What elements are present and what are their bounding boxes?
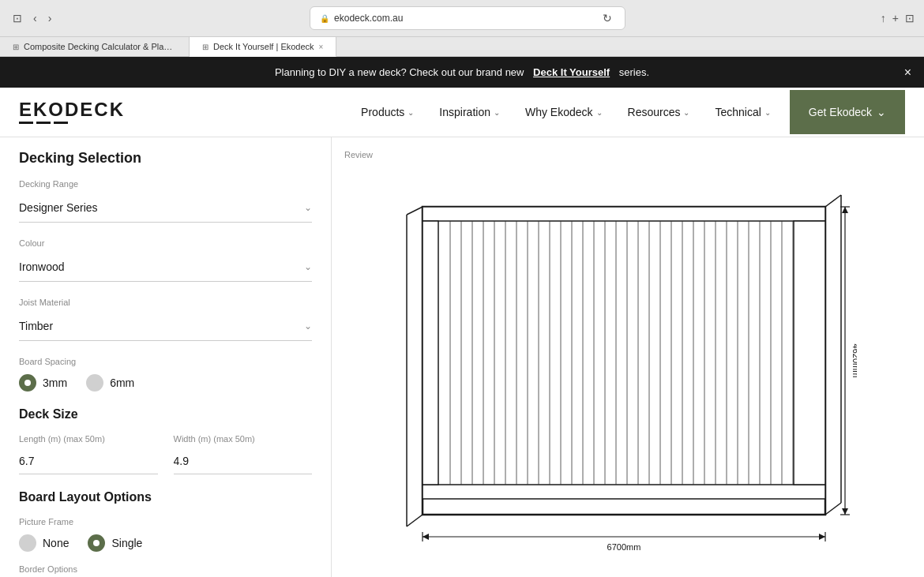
colour-group: Colour Ironwood ⌄ [19,238,312,282]
browser-actions: ↑ + ⊡ [881,12,915,24]
notification-close-button[interactable]: × [904,66,911,80]
svg-text:4620mm: 4620mm [851,343,857,377]
joist-material-label: Joist Material [19,298,312,307]
colour-chevron-icon: ⌄ [304,261,312,272]
logo-underline [19,122,125,124]
joist-material-group: Joist Material Timber ⌄ [19,298,312,341]
decking-range-value: Designer Series [19,201,304,214]
decking-range-label: Decking Range [19,179,312,189]
tab-bar: ⊞ Composite Decking Calculator & Planner… [0,37,924,57]
picture-frame-label: Picture Frame [19,517,312,526]
nav-item-resources[interactable]: Resources ⌄ [615,90,703,134]
joist-material-chevron-icon: ⌄ [304,320,312,332]
board-spacing-section: Board Spacing 3mm 6mm [19,357,312,392]
picture-frame-single-label: Single [111,537,142,549]
picture-frame-none[interactable]: None [19,534,69,552]
deck-diagram: 6700mm 4620mm [399,191,857,554]
length-input-group: Length (m) (max 50m) [19,434,158,474]
board-spacing-label: Board Spacing [19,357,312,366]
nav-items: Products ⌄ Inspiration ⌄ Why Ekodeck ⌄ R… [348,90,783,134]
url-text: ekodeck.com.au [334,13,403,24]
svg-line-6 [407,207,423,215]
section-title: Decking Selection [19,150,312,167]
colour-label: Colour [19,238,312,248]
nav-item-inspiration[interactable]: Inspiration ⌄ [426,90,513,134]
joist-material-value: Timber [19,320,304,332]
sidebar-toggle-button[interactable]: ⊡ [9,10,25,26]
colour-select[interactable]: Ironwood ⌄ [19,253,312,282]
get-ekodeck-button[interactable]: Get Ekodeck ⌄ [790,90,905,134]
address-bar[interactable]: 🔒 ekodeck.com.au ↻ [310,6,625,30]
lock-icon: 🔒 [320,14,329,23]
svg-rect-0 [423,207,825,515]
colour-value: Ironwood [19,260,304,273]
border-options-section: Border Options None Single Double [19,564,312,577]
review-label: Review [344,150,911,159]
svg-rect-9 [423,221,438,485]
radio-circle-pf-none [19,534,36,552]
decking-range-select[interactable]: Designer Series ⌄ [19,193,312,223]
nav-chevron-why-ekodeck: ⌄ [596,108,603,117]
width-input-group: Width (m) (max 50m) [174,434,313,474]
radio-circle-6mm [86,374,103,392]
new-tab-button[interactable]: + [892,12,899,24]
notification-link[interactable]: Deck It Yourself [533,66,610,78]
radio-circle-3mm [19,374,36,392]
nav-item-why-ekodeck[interactable]: Why Ekodeck ⌄ [513,90,615,134]
nav-chevron-inspiration: ⌄ [494,108,500,117]
tab-favicon-calculator: ⊞ [13,43,19,51]
nav-chevron-resources: ⌄ [683,108,689,117]
picture-frame-radio-group: None Single [19,534,312,552]
browser-controls: ⊡ ‹ › [9,10,54,26]
svg-rect-7 [423,207,825,221]
picture-frame-single[interactable]: Single [88,534,142,552]
notification-text-after: series. [619,66,649,78]
decking-range-group: Decking Range Designer Series ⌄ [19,179,312,223]
length-input[interactable] [19,448,158,474]
left-panel: Decking Selection Decking Range Designer… [0,137,332,577]
tab-diy[interactable]: ⊞ Deck It Yourself | Ekodeck × [190,37,336,57]
length-label: Length (m) (max 50m) [19,434,158,444]
tab-label-diy: Deck It Yourself | Ekodeck [213,42,314,51]
svg-marker-46 [423,534,429,540]
board-spacing-6mm[interactable]: 6mm [86,374,134,392]
border-options-label: Border Options [19,564,312,574]
deck-drawing-container: 6700mm 4620mm [344,169,911,575]
picture-frame-none-label: None [43,537,69,549]
tab-close-icon[interactable]: × [319,43,324,51]
tab-favicon-diy: ⊞ [202,43,208,51]
board-spacing-3mm-label: 3mm [43,377,67,389]
svg-marker-53 [842,508,848,515]
tab-calculator[interactable]: ⊞ Composite Decking Calculator & Planner… [0,37,190,56]
svg-text:6700mm: 6700mm [607,542,641,552]
picture-frame-section: Picture Frame None Single [19,517,312,552]
cta-chevron-icon: ⌄ [877,106,886,118]
deck-size-section: Deck Size Length (m) (max 50m) Width (m)… [19,407,312,474]
board-layout-section: Board Layout Options [19,490,312,504]
forward-button[interactable]: › [45,10,55,26]
nav-item-technical[interactable]: Technical ⌄ [702,90,783,134]
back-button[interactable]: ‹ [30,10,40,26]
browser-chrome: ⊡ ‹ › 🔒 ekodeck.com.au ↻ ↑ + ⊡ [0,0,924,37]
svg-marker-52 [842,207,848,213]
radio-circle-pf-single [88,534,105,552]
width-input[interactable] [174,448,313,474]
svg-line-3 [825,503,841,515]
svg-line-1 [825,195,841,207]
svg-marker-47 [819,534,825,540]
svg-rect-8 [423,485,825,499]
right-panel: Review [332,137,924,577]
width-label: Width (m) (max 50m) [174,434,313,444]
refresh-button[interactable]: ↻ [599,10,615,26]
board-spacing-3mm[interactable]: 3mm [19,374,67,392]
svg-line-4 [407,515,423,526]
svg-rect-10 [794,221,825,485]
deck-size-title: Deck Size [19,407,312,422]
tab-groups-button[interactable]: ⊡ [905,12,915,24]
deck-size-input-row: Length (m) (max 50m) Width (m) (max 50m) [19,434,312,474]
notification-text-before: Planning to DIY a new deck? Check out ou… [275,66,524,78]
nav-item-products[interactable]: Products ⌄ [348,90,426,134]
joist-material-select[interactable]: Timber ⌄ [19,312,312,341]
share-button[interactable]: ↑ [881,12,886,24]
logo[interactable]: EKODECK [19,88,125,137]
